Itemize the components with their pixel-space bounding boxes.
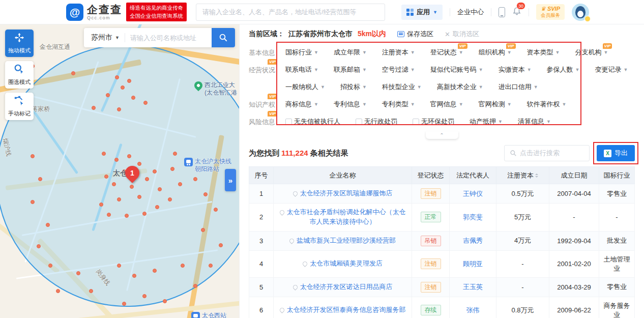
map-mode-button-1[interactable]: 拖动模式 [5,30,34,57]
company-location-dot[interactable] [112,182,116,186]
company-location-dot[interactable] [201,228,205,232]
company-location-dot[interactable] [125,214,129,218]
city-selector[interactable]: 苏州市▼ [84,33,125,42]
filter-dropdown-国标行业[interactable]: 国标行业▼ [285,48,318,57]
company-location-dot[interactable] [76,271,80,275]
checkbox-icon[interactable] [356,119,362,125]
filter-dropdown-登记状态[interactable]: 登记状态▼VIP [430,48,463,57]
filter-dropdown-注册资本[interactable]: 注册资本▼ [382,48,415,57]
company-location-dot[interactable] [106,93,110,97]
legal-rep-link[interactable]: 顾明亚 [463,260,483,268]
company-location-dot[interactable] [104,175,108,179]
company-location-dot[interactable] [143,101,148,105]
filter-checkbox-无环保处罚[interactable]: 无环保处罚 [413,117,454,126]
company-location-dot[interactable] [48,264,52,268]
company-location-dot[interactable] [193,284,197,288]
company-location-dot[interactable] [38,177,42,181]
filter-dropdown-资本类型[interactable]: 资本类型▼ [527,48,560,57]
filter-dropdown-软件著作权[interactable]: 软件著作权▼ [527,100,567,109]
company-location-dot[interactable] [117,107,121,111]
filter-dropdown-专利信息[interactable]: 专利信息▼ [334,100,367,109]
panel-expand-button[interactable]: » [225,169,236,191]
checkbox-icon[interactable] [413,119,419,125]
company-location-dot[interactable] [142,294,147,298]
column-header-5[interactable]: 注册资本 [496,167,549,184]
company-location-dot[interactable] [37,244,41,248]
company-location-dot[interactable] [122,302,126,306]
filter-dropdown-分支机构[interactable]: 分支机构▼VIP [575,48,608,57]
company-location-dot[interactable] [170,167,174,171]
company-location-dot[interactable] [181,264,185,268]
company-location-dot[interactable] [137,195,141,199]
checkbox-icon[interactable] [285,119,292,125]
company-location-dot[interactable] [168,197,172,201]
apps-menu-button[interactable]: 应用 ▼ [401,5,443,20]
company-location-dot[interactable] [173,152,177,156]
notifications-button[interactable]: 30 [512,7,521,18]
company-location-dot[interactable] [56,289,60,293]
result-cluster-marker[interactable]: 1 [122,163,142,183]
company-location-dot[interactable] [219,243,223,247]
filter-dropdown-一般纳税人[interactable]: 一般纳税人▼ [285,82,325,92]
company-location-dot[interactable] [214,208,218,212]
company-location-dot[interactable] [31,200,35,204]
company-location-dot[interactable] [117,197,121,201]
collapse-filters-tab[interactable]: ⌃ [426,131,458,139]
company-location-dot[interactable] [142,212,147,216]
company-location-dot[interactable] [158,187,162,191]
mobile-app-icon[interactable] [499,7,505,17]
company-location-dot[interactable] [178,182,182,186]
company-location-dot[interactable] [46,223,50,227]
company-location-dot[interactable] [153,269,157,273]
map-search-button[interactable] [212,28,235,47]
filter-dropdown-官网检测[interactable]: 官网检测▼ [479,100,512,109]
company-name-link[interactable]: 太仓经济开发区凯瑞迪娜服饰店 [300,189,393,197]
company-location-dot[interactable] [127,79,131,83]
filter-checkbox-无行政处罚[interactable]: 无行政处罚 [356,117,397,126]
filter-dropdown-招投标[interactable]: 招投标▼ [340,82,367,92]
company-location-dot[interactable] [203,192,208,196]
filter-dropdown-专利类型[interactable]: 专利类型▼ [382,100,415,109]
company-location-dot[interactable] [71,71,75,75]
save-selection-button[interactable]: 保存选区 [397,30,433,39]
brand[interactable]: 企查查 Qcc.com [87,4,122,20]
sort-control[interactable] [535,172,538,179]
filter-dropdown-疑似代记账号码[interactable]: 疑似代记账号码▼ [430,65,483,74]
company-location-dot[interactable] [117,264,121,268]
company-name-link[interactable]: 太仓市城厢镇美灵理发店 [310,259,383,267]
company-location-dot[interactable] [163,299,167,303]
company-location-dot[interactable] [153,169,157,174]
company-location-dot[interactable] [155,205,159,209]
company-location-dot[interactable] [31,154,35,158]
filter-dropdown-官网信息[interactable]: 官网信息▼ [430,100,463,109]
filter-dropdown-高新技术企业[interactable]: 高新技术企业▼ [437,82,483,92]
company-location-dot[interactable] [99,203,103,207]
map-mode-button-3[interactable]: 手动标记 [5,93,34,120]
legal-rep-link[interactable]: 王钟仪 [463,190,483,197]
company-name-link[interactable]: 太仓市社会矛盾纠纷调处化解中心（太仓市人民来访接待中心） [287,208,406,225]
company-location-dot[interactable] [137,162,141,166]
svip-member-button[interactable]: ♛ SVIP 会员服务 [536,4,565,20]
filter-dropdown-变更记录[interactable]: 变更记录▼ [595,65,628,74]
filter-dropdown-成立年限[interactable]: 成立年限▼ [334,48,367,57]
table-search-input[interactable]: 点击进行搜索 [504,145,590,161]
company-location-dot[interactable] [127,154,131,158]
company-location-dot[interactable] [209,264,213,268]
user-avatar[interactable] [572,4,589,21]
company-location-dot[interactable] [130,185,134,189]
company-location-dot[interactable] [131,96,135,100]
company-location-dot[interactable] [107,213,111,217]
filter-dropdown-组织机构[interactable]: 组织机构▼VIP [479,48,512,57]
filter-dropdown-清算信息[interactable]: 清算信息▼ [518,117,551,126]
legal-rep-link[interactable]: 郭奕斐 [463,213,483,221]
filter-dropdown-空号过滤[interactable]: 空号过滤▼ [382,65,415,74]
company-location-dot[interactable] [114,158,119,162]
company-location-dot[interactable] [102,152,106,156]
company-location-dot[interactable] [132,274,136,278]
company-location-dot[interactable] [92,106,96,110]
filter-dropdown-商标信息[interactable]: 商标信息▼ [285,100,318,109]
company-location-dot[interactable] [115,75,119,79]
qcc-logo-icon[interactable]: @ [66,4,83,21]
global-search-input[interactable] [196,4,385,21]
company-name-link[interactable]: 太仓经济开发区诺达日用品商店 [300,283,393,291]
